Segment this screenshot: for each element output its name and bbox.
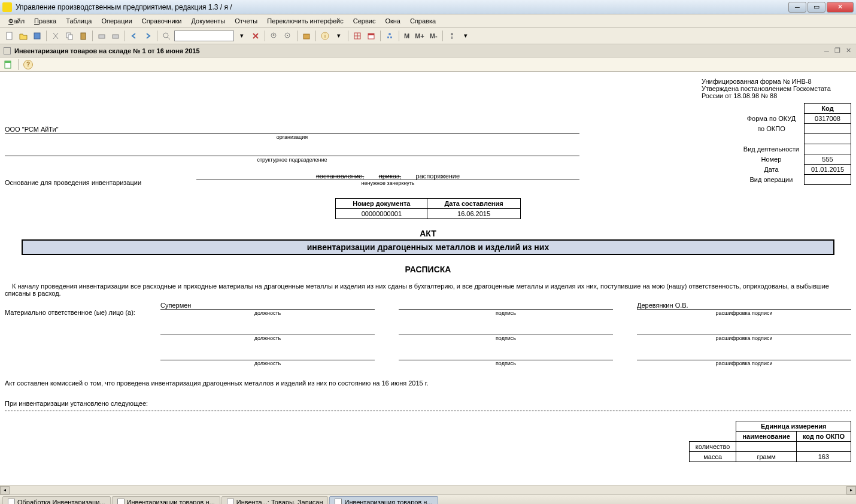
print-document-icon[interactable] (4, 60, 13, 69)
new-doc-icon[interactable] (4, 30, 16, 42)
task-button-2[interactable]: Инвентаризации товаров н... (112, 496, 220, 505)
decode-field-1: Деревянкин О.В. (637, 302, 851, 310)
org-icon[interactable] (384, 30, 396, 42)
menu-service[interactable]: Сервис (350, 16, 380, 26)
task-icon (117, 499, 125, 505)
package-icon[interactable] (300, 30, 312, 42)
close-button[interactable]: ✕ (827, 2, 854, 13)
memory-m-button[interactable]: М (402, 32, 411, 40)
zoom-out-icon[interactable]: - (282, 30, 294, 42)
menu-reports[interactable]: Отчеты (231, 16, 261, 26)
act-subtitle-box: инвентаризации драгоценных металлов и из… (22, 239, 834, 255)
org-caption: организация (5, 134, 579, 140)
unit-table: Единица измерения наименованиекод по ОКП… (689, 421, 851, 462)
svg-point-21 (388, 33, 391, 35)
open-icon[interactable] (17, 30, 29, 42)
doc-minimize-button[interactable]: ─ (822, 47, 831, 55)
position-field-1: Супермен (160, 302, 375, 310)
copy-icon[interactable] (63, 30, 75, 42)
undo-icon[interactable] (128, 30, 140, 42)
menu-documents[interactable]: Документы (187, 16, 229, 26)
help-icon[interactable]: ? (23, 60, 33, 69)
svg-rect-20 (368, 34, 374, 35)
info-dropdown-icon[interactable]: ▾ (333, 30, 345, 42)
zoom-in-icon[interactable]: + (268, 30, 280, 42)
basis-options: постановление, приказ, распоряжение (196, 172, 579, 180)
svg-rect-1 (34, 33, 40, 39)
document-toolbar: ? (0, 57, 856, 72)
search-icon[interactable] (160, 30, 172, 42)
clear-icon[interactable] (250, 30, 262, 42)
svg-rect-5 (99, 35, 105, 38)
memory-mplus-button[interactable]: М+ (413, 32, 426, 40)
act-title: АКТ (5, 229, 851, 238)
main-toolbar: ▾ + - i ▾ М М+ М- ▾ (0, 28, 856, 44)
svg-rect-3 (68, 35, 72, 40)
window-titlebar: Управление производственным предприятием… (0, 0, 856, 14)
dashed-separator (5, 411, 851, 411)
svg-rect-22 (387, 37, 389, 38)
info-icon[interactable]: i (319, 30, 331, 42)
scroll-right-button[interactable]: ▸ (846, 486, 856, 494)
task-icon (227, 499, 234, 505)
sign-field-1 (399, 302, 613, 310)
basis-label: Основание для проведения инвентаризации (5, 179, 196, 186)
horizontal-scrollbar[interactable]: ◂ ▸ (0, 485, 856, 494)
basis-caption: ненужное зачеркнуть (196, 180, 579, 186)
code-table: Код Форма по ОКУД0317008 по ОКПО Вид дея… (739, 103, 851, 185)
task-icon (8, 499, 15, 505)
minimize-button[interactable]: ─ (788, 2, 806, 13)
window-taskbar: Обработка Инвентаризаци... Инвентаризаци… (0, 494, 856, 504)
menu-table[interactable]: Таблица (62, 16, 95, 26)
menu-operations[interactable]: Операции (98, 16, 135, 26)
svg-rect-23 (390, 37, 392, 38)
svg-rect-4 (81, 33, 86, 40)
svg-rect-25 (5, 61, 11, 63)
task-button-4[interactable]: Инвентаризация товаров н... (329, 496, 438, 505)
search-dropdown-icon[interactable]: ▾ (236, 30, 248, 42)
grid-icon[interactable] (351, 30, 363, 42)
subdivision-caption: структурное подразделение (5, 157, 579, 163)
signature-row-1: Материально ответственное (ые) лицо (а):… (5, 302, 851, 316)
maximize-button[interactable]: ▭ (808, 2, 825, 13)
scroll-left-button[interactable]: ◂ (0, 486, 10, 494)
cut-icon[interactable] (50, 30, 62, 42)
menu-switch-interface[interactable]: Переключить интерфейс (263, 16, 347, 26)
svg-rect-13 (303, 34, 309, 39)
menu-help[interactable]: Справка (406, 16, 439, 26)
svg-line-8 (168, 37, 170, 40)
task-button-1[interactable]: Обработка Инвентаризаци... (2, 496, 111, 505)
org-name-field: ООО "РСМ АйТи" (5, 126, 579, 133)
svg-rect-6 (113, 35, 119, 38)
tools-dropdown-icon[interactable]: ▾ (460, 30, 472, 42)
svg-point-7 (163, 33, 168, 38)
act-composed-text: Акт составлен комиссией о том, что прове… (5, 379, 851, 387)
task-button-3[interactable]: Инвента...: Товары. Записан (221, 496, 329, 505)
redo-icon[interactable] (142, 30, 154, 42)
search-input[interactable] (174, 31, 234, 41)
subdivision-field (5, 148, 579, 156)
doc-close-button[interactable]: ✕ (844, 47, 852, 55)
form-header-line1: Унифицированная форма № ИНВ-8 (702, 78, 851, 85)
menu-file[interactable]: Файл (5, 16, 28, 26)
tools-icon[interactable] (446, 30, 458, 42)
calendar-icon[interactable] (365, 30, 377, 42)
form-header-line2: Утверждена постановлением Госкомстата (702, 85, 851, 92)
body-paragraph: К началу проведения инвентаризации все р… (5, 283, 851, 297)
signature-row-3: должность подпись расшифровка подписи (5, 352, 851, 366)
document-tab-icon (4, 47, 11, 54)
paste-icon[interactable] (77, 30, 89, 42)
scroll-track[interactable] (10, 486, 846, 494)
memory-mminus-button[interactable]: М- (428, 32, 439, 40)
menu-windows[interactable]: Окна (381, 16, 404, 26)
save-icon[interactable] (31, 30, 43, 42)
svg-rect-0 (7, 32, 12, 40)
print-dropdown-icon[interactable] (96, 30, 108, 42)
signature-row-2: должность подпись расшифровка подписи (5, 327, 851, 341)
task-icon (335, 499, 342, 505)
doc-restore-button[interactable]: ❐ (833, 47, 842, 55)
menu-edit[interactable]: Правка (31, 16, 60, 26)
print-icon[interactable] (110, 30, 122, 42)
menu-directories[interactable]: Справочники (138, 16, 186, 26)
svg-text:i: i (324, 33, 326, 39)
